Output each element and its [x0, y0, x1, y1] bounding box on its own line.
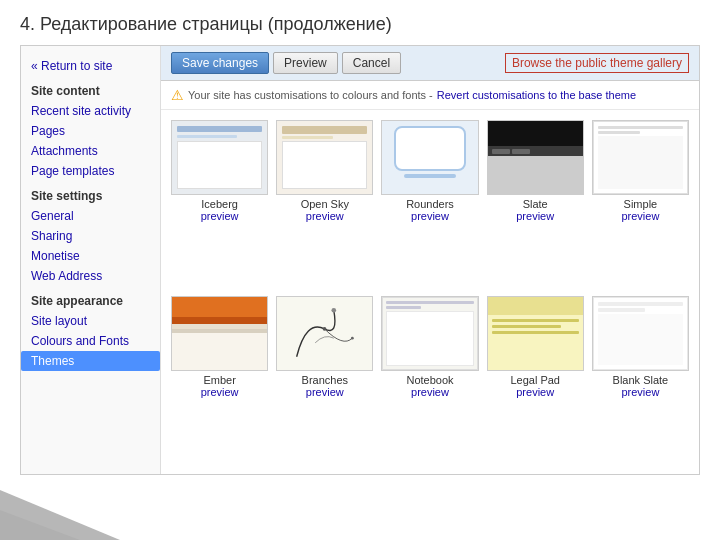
theme-name: Notebook: [406, 374, 453, 386]
theme-item-rounders[interactable]: Rounders preview: [381, 120, 478, 288]
theme-name: Branches: [302, 374, 348, 386]
sidebar-item-sharing[interactable]: Sharing: [21, 226, 160, 246]
sidebar-item-themes[interactable]: Themes: [21, 351, 160, 371]
preview-button[interactable]: Preview: [273, 52, 338, 74]
sidebar-item-recent-activity[interactable]: Recent site activity: [21, 101, 160, 121]
theme-item-slate[interactable]: Slate preview: [487, 120, 584, 288]
cancel-button[interactable]: Cancel: [342, 52, 401, 74]
theme-preview-rounders: [381, 120, 478, 195]
theme-item-legalpad[interactable]: Legal Pad preview: [487, 296, 584, 464]
theme-preview-blankslate: [592, 296, 689, 371]
theme-preview-link[interactable]: preview: [516, 386, 554, 398]
svg-point-0: [323, 327, 327, 331]
theme-name: Blank Slate: [613, 374, 669, 386]
theme-item-ember[interactable]: Ember preview: [171, 296, 268, 464]
theme-preview-link[interactable]: preview: [621, 210, 659, 222]
theme-item-simple[interactable]: Simple preview: [592, 120, 689, 288]
theme-preview-legalpad: [487, 296, 584, 371]
themes-grid: Iceberg preview Open Sky preview: [161, 110, 699, 474]
theme-name: Open Sky: [301, 198, 349, 210]
theme-preview-link[interactable]: preview: [411, 386, 449, 398]
theme-preview-link[interactable]: preview: [411, 210, 449, 222]
info-text: Your site has customisations to colours …: [188, 89, 433, 101]
browse-gallery-link[interactable]: Browse the public theme gallery: [505, 53, 689, 73]
theme-preview-branches: [276, 296, 373, 371]
theme-item-blankslate[interactable]: Blank Slate preview: [592, 296, 689, 464]
toolbar: Save changes Preview Cancel Browse the p…: [161, 46, 699, 81]
sidebar: « Return to site Site content Recent sit…: [21, 46, 161, 474]
theme-name: Legal Pad: [510, 374, 560, 386]
theme-item-iceberg[interactable]: Iceberg preview: [171, 120, 268, 288]
sidebar-section-site-appearance: Site appearance: [21, 286, 160, 311]
theme-preview-link[interactable]: preview: [306, 210, 344, 222]
theme-item-opensky[interactable]: Open Sky preview: [276, 120, 373, 288]
sidebar-item-web-address[interactable]: Web Address: [21, 266, 160, 286]
svg-point-1: [332, 308, 337, 313]
theme-item-branches[interactable]: Branches preview: [276, 296, 373, 464]
theme-name: Simple: [624, 198, 658, 210]
theme-name: Rounders: [406, 198, 454, 210]
theme-name: Slate: [523, 198, 548, 210]
theme-preview-link[interactable]: preview: [201, 210, 239, 222]
theme-preview-iceberg: [171, 120, 268, 195]
sidebar-item-colours-fonts[interactable]: Colours and Fonts: [21, 331, 160, 351]
svg-point-2: [351, 337, 354, 340]
theme-preview-link[interactable]: preview: [621, 386, 659, 398]
sidebar-section-site-content: Site content: [21, 76, 160, 101]
theme-name: Ember: [203, 374, 235, 386]
sidebar-item-attachments[interactable]: Attachments: [21, 141, 160, 161]
toolbar-left: Save changes Preview Cancel: [171, 52, 401, 74]
sidebar-item-page-templates[interactable]: Page templates: [21, 161, 160, 181]
sidebar-item-site-layout[interactable]: Site layout: [21, 311, 160, 331]
main-container: « Return to site Site content Recent sit…: [20, 45, 700, 475]
theme-preview-notebook: [381, 296, 478, 371]
sidebar-section-site-settings: Site settings: [21, 181, 160, 206]
return-to-site-link[interactable]: « Return to site: [21, 56, 160, 76]
sidebar-item-monetise[interactable]: Monetise: [21, 246, 160, 266]
content-area: Save changes Preview Cancel Browse the p…: [161, 46, 699, 474]
theme-preview-simple: [592, 120, 689, 195]
bottom-decoration: [0, 480, 200, 540]
page-title: 4. Редактирование страницы (продолжение): [0, 0, 720, 45]
theme-preview-ember: [171, 296, 268, 371]
theme-name: Iceberg: [201, 198, 238, 210]
warning-icon: ⚠: [171, 87, 184, 103]
theme-preview-link[interactable]: preview: [201, 386, 239, 398]
theme-preview-slate: [487, 120, 584, 195]
theme-preview-link[interactable]: preview: [516, 210, 554, 222]
theme-item-notebook[interactable]: Notebook preview: [381, 296, 478, 464]
info-bar: ⚠ Your site has customisations to colour…: [161, 81, 699, 110]
sidebar-item-general[interactable]: General: [21, 206, 160, 226]
save-changes-button[interactable]: Save changes: [171, 52, 269, 74]
theme-preview-opensky: [276, 120, 373, 195]
revert-link[interactable]: Revert customisations to the base theme: [437, 89, 636, 101]
sidebar-item-pages[interactable]: Pages: [21, 121, 160, 141]
theme-preview-link[interactable]: preview: [306, 386, 344, 398]
